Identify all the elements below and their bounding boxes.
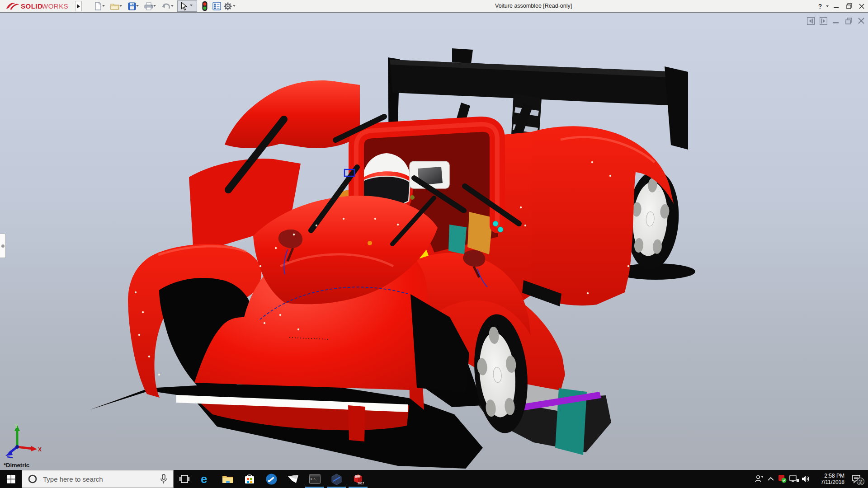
- titlebar: SOLID WORKS Voiture assomblee [Read-only…: [0, 0, 868, 12]
- network-icon: [789, 475, 799, 483]
- volume-button[interactable]: [800, 470, 812, 488]
- help-tool-button[interactable]: [260, 470, 282, 488]
- svg-text:SW: SW: [355, 475, 360, 478]
- system-tray: 2:58 PM 7/11/2018 2: [753, 470, 868, 488]
- rebuild-traffic-light-button[interactable]: [200, 1, 210, 11]
- panel-tab-grip: [1, 244, 5, 248]
- hexagon-app-button[interactable]: [326, 470, 347, 488]
- solidworks-logo: SOLID WORKS: [4, 1, 76, 11]
- close-button[interactable]: [855, 0, 868, 12]
- command-prompt-button[interactable]: C:\_: [304, 470, 326, 488]
- tray-date: 7/11/2018: [815, 479, 844, 485]
- select-tool-active[interactable]: [177, 0, 197, 12]
- solidworks-monitor-button[interactable]: [777, 470, 788, 488]
- microsoft-store-icon: [244, 474, 255, 484]
- document-window-controls: [807, 17, 865, 25]
- settings-dropdown[interactable]: [233, 5, 236, 9]
- restore-button[interactable]: [843, 0, 855, 12]
- graphics-viewport[interactable]: Y X *Dimetric: [0, 12, 868, 470]
- action-center-button[interactable]: 2: [847, 470, 865, 488]
- hexagon-app-icon: [331, 474, 342, 485]
- doc-minimize-button[interactable]: [832, 17, 840, 25]
- new-document-dropdown[interactable]: [102, 5, 106, 9]
- microphone-icon[interactable]: [160, 474, 168, 484]
- window-controls: ?: [816, 0, 868, 12]
- clock[interactable]: 2:58 PM 7/11/2018: [815, 473, 844, 485]
- help-dropdown[interactable]: [825, 0, 830, 12]
- svg-text:e: e: [201, 473, 207, 485]
- undo-button[interactable]: [161, 1, 171, 11]
- collapsed-panel-tab[interactable]: [0, 234, 6, 258]
- svg-text:2017: 2017: [358, 482, 364, 485]
- solidworks-2017-button[interactable]: SW 2017: [347, 470, 369, 488]
- brand-solid: SOLID: [21, 2, 42, 10]
- tray-time: 2:58 PM: [815, 473, 844, 479]
- open-button[interactable]: [110, 1, 120, 11]
- edge-button[interactable]: e: [195, 470, 217, 488]
- save-dropdown[interactable]: [136, 5, 140, 9]
- notification-badge: 2: [857, 478, 864, 485]
- help-button[interactable]: ?: [816, 0, 825, 12]
- taskbar: Type here to search e C:\_: [0, 470, 868, 488]
- mail-icon: [288, 474, 299, 483]
- solidworks-2017-icon: SW 2017: [352, 473, 364, 485]
- triad-x-label: X: [38, 446, 42, 453]
- open-dropdown[interactable]: [119, 5, 123, 9]
- select-tool-dropdown[interactable]: [190, 5, 193, 8]
- doc-close-button[interactable]: [857, 17, 865, 25]
- taskbar-apps: e C:\_ SW 2017: [174, 470, 369, 488]
- save-button[interactable]: [127, 1, 137, 11]
- print-button[interactable]: [144, 1, 154, 11]
- orientation-triad: Y X: [4, 423, 44, 461]
- search-input[interactable]: Type here to search: [22, 470, 174, 488]
- doc-restore-button[interactable]: [844, 17, 853, 25]
- new-document-button[interactable]: [93, 1, 103, 11]
- pane-left-button[interactable]: [807, 17, 815, 25]
- view-orientation-label: *Dimetric: [4, 462, 29, 469]
- cortana-icon: [28, 474, 38, 484]
- 3d-model-car[interactable]: [0, 13, 868, 470]
- file-explorer-button[interactable]: [217, 470, 239, 488]
- task-view-icon: [179, 474, 189, 484]
- chevron-up-icon: [767, 477, 774, 481]
- settings-gear-button[interactable]: [223, 1, 233, 11]
- task-view-button[interactable]: [174, 470, 195, 488]
- network-button[interactable]: [788, 470, 800, 488]
- brand-works: WORKS: [42, 2, 68, 10]
- edge-icon: e: [200, 473, 212, 485]
- file-explorer-icon: [222, 474, 234, 484]
- speaker-icon: [802, 475, 811, 483]
- solidworks-check-icon: [778, 474, 787, 483]
- mail-button[interactable]: [282, 470, 304, 488]
- people-icon: [755, 475, 764, 483]
- command-prompt-icon: C:\_: [309, 474, 321, 484]
- triad-y-label: Y: [14, 423, 18, 429]
- print-dropdown[interactable]: [153, 5, 157, 9]
- wrench-circle-icon: [266, 474, 277, 485]
- windows-logo-icon: [7, 475, 15, 483]
- people-button[interactable]: [753, 470, 765, 488]
- undo-dropdown[interactable]: [171, 5, 175, 9]
- display-options-button[interactable]: [212, 1, 222, 11]
- toolbar-flyout-button[interactable]: [75, 1, 82, 11]
- minimize-button[interactable]: [830, 0, 843, 12]
- svg-text:C:\_: C:\_: [311, 478, 317, 481]
- start-button[interactable]: [0, 470, 22, 488]
- search-placeholder: Type here to search: [43, 475, 160, 483]
- pane-right-button[interactable]: [819, 17, 827, 25]
- microsoft-store-button[interactable]: [239, 470, 260, 488]
- tray-overflow-button[interactable]: [765, 470, 777, 488]
- window-title: Voiture assomblee [Read-only]: [495, 3, 572, 9]
